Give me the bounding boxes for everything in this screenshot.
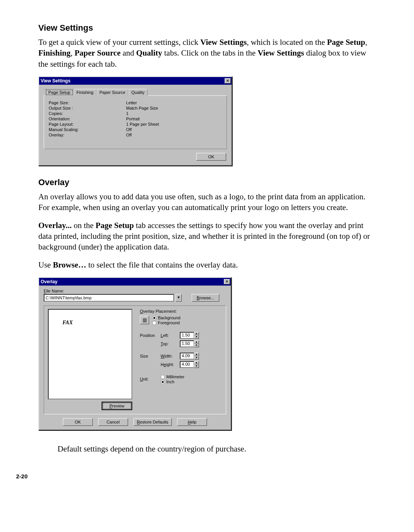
help-button[interactable]: Help	[177, 418, 207, 426]
unit-label: Unit:	[140, 377, 161, 381]
ok-button[interactable]: OK	[196, 153, 226, 161]
overlay-title: Overlay	[41, 279, 58, 284]
position-label: Position	[140, 333, 161, 338]
file-name-label: File Name:	[44, 289, 226, 293]
table-row: Copies:1	[49, 111, 222, 116]
width-label: Width:	[161, 354, 180, 358]
width-input[interactable]: 4.09	[180, 353, 194, 360]
millimeter-radio[interactable]: Millimeter	[161, 374, 184, 379]
default-settings-caption: Default settings depend on the country/r…	[58, 444, 376, 454]
tab-page-setup[interactable]: Page Setup	[45, 89, 74, 96]
overlay-dialog: Overlay × File Name: C:\WINNT\temp\fax.b…	[38, 277, 232, 430]
left-spinner[interactable]: ▲▼	[194, 332, 199, 339]
cancel-button[interactable]: Cancel	[98, 418, 128, 426]
tab-finishing[interactable]: Finishing	[74, 89, 97, 96]
background-radio[interactable]: Background	[152, 315, 181, 320]
overlay-preview: FAX	[48, 309, 132, 399]
placement-icon[interactable]: ▥	[140, 316, 149, 324]
tab-paper-source[interactable]: Paper Source	[97, 89, 128, 96]
left-label: Left:	[161, 333, 180, 338]
view-settings-para: To get a quick view of your current sett…	[38, 37, 376, 69]
width-spinner[interactable]: ▲▼	[194, 353, 199, 360]
table-row: Output Size :Match Page Size	[49, 106, 222, 110]
preview-fax-label: FAX	[62, 320, 73, 326]
tab-quality[interactable]: Quality	[128, 89, 148, 96]
overlay-para3: Use Browse… to select the file that cont…	[38, 259, 376, 270]
view-settings-tabs: Page SetupFinishingPaper SourceQuality	[45, 89, 227, 95]
browse-button[interactable]: Browse...	[192, 294, 219, 302]
close-icon[interactable]: ×	[224, 279, 230, 284]
placement-label: Overlay Placement:	[140, 309, 222, 314]
top-label: Top:	[161, 342, 180, 346]
ok-button[interactable]: OK	[63, 418, 93, 426]
overlay-titlebar: Overlay ×	[39, 278, 231, 286]
overlay-heading: Overlay	[38, 177, 376, 187]
table-row: Page Layout:1 Page per Sheet	[49, 122, 222, 126]
close-icon[interactable]: ×	[225, 78, 231, 84]
height-spinner[interactable]: ▲▼	[194, 361, 199, 368]
view-settings-titlebar: View Settings ×	[39, 77, 232, 85]
table-row: Orientation:Portrait	[49, 117, 222, 121]
preview-button[interactable]: Preview	[102, 402, 132, 410]
view-settings-dialog: View Settings × Page SetupFinishingPaper…	[38, 76, 232, 166]
restore-defaults-button[interactable]: Restore Defaults	[133, 418, 172, 426]
page-number: 2-20	[16, 473, 353, 479]
overlay-para2: Overlay... on the Page Setup tab accesse…	[38, 220, 376, 253]
table-row: Overlay:Off	[49, 133, 222, 137]
height-input[interactable]: 4.00	[180, 361, 194, 368]
view-settings-heading: View Settings	[38, 23, 376, 33]
size-label: Size	[140, 354, 161, 358]
top-spinner[interactable]: ▲▼	[194, 340, 199, 347]
left-input[interactable]: 1.50	[180, 332, 194, 339]
top-input[interactable]: 1.50	[180, 340, 194, 347]
foreground-radio[interactable]: Foreground	[152, 320, 181, 325]
table-row: Page Size:Letter	[49, 100, 222, 105]
table-row: Manual Scaling:Off	[49, 127, 222, 132]
settings-table: Page Size:LetterOutput Size :Match Page …	[48, 100, 223, 138]
file-name-input[interactable]: C:\WINNT\temp\fax.bmp	[44, 294, 174, 302]
view-settings-title: View Settings	[41, 78, 71, 84]
dropdown-icon[interactable]: ▼	[176, 294, 182, 302]
height-label: Height:	[161, 362, 180, 367]
overlay-para1: An overlay allows you to add data you us…	[38, 191, 376, 213]
inch-radio[interactable]: Inch	[161, 379, 184, 384]
